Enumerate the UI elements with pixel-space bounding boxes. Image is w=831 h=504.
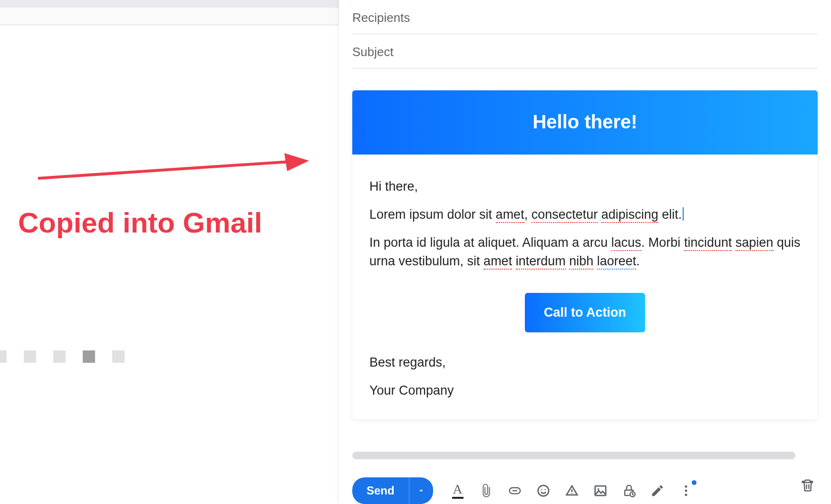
email-paragraph-1: Lorem ipsum dolor sit amet, consectetur … — [369, 205, 801, 224]
horizontal-scrollbar[interactable] — [352, 452, 795, 459]
pagination-dots — [0, 350, 125, 363]
pagination-dot[interactable] — [83, 350, 95, 363]
svg-point-9 — [597, 488, 599, 490]
formatting-options-icon[interactable]: A — [450, 483, 465, 498]
email-template-body: Hi there, Lorem ipsum dolor sit amet, co… — [352, 155, 818, 419]
email-signoff-2: Your Company — [369, 381, 801, 400]
more-options-icon[interactable] — [678, 483, 694, 498]
insert-link-icon[interactable] — [507, 483, 522, 498]
svg-point-3 — [541, 489, 542, 490]
recipients-placeholder: Recipients — [352, 10, 410, 25]
text-cursor — [683, 207, 684, 221]
send-button-group: Send — [352, 477, 433, 504]
insert-photo-icon[interactable] — [593, 483, 608, 498]
annotation-arrow — [38, 152, 309, 185]
email-signoff-1: Best regards, — [369, 353, 801, 372]
insert-emoji-icon[interactable] — [536, 483, 551, 498]
svg-marker-1 — [284, 153, 309, 171]
background-pane: Copied into Gmail — [0, 0, 339, 504]
browser-chrome-strip — [0, 0, 339, 8]
send-button[interactable]: Send — [352, 477, 409, 504]
svg-point-2 — [538, 485, 549, 496]
call-to-action-button[interactable]: Call to Action — [525, 293, 645, 332]
pagination-dot[interactable] — [53, 350, 66, 363]
discard-draft-icon[interactable] — [801, 478, 815, 493]
confidential-mode-icon[interactable] — [621, 483, 637, 498]
recipients-field[interactable]: Recipients — [352, 0, 818, 34]
pagination-dot[interactable] — [0, 350, 7, 363]
notification-dot — [692, 480, 696, 485]
subject-field[interactable]: Subject — [352, 34, 818, 68]
compose-toolbar: Send A — [352, 475, 818, 504]
svg-line-0 — [38, 162, 290, 178]
subject-placeholder: Subject — [352, 45, 394, 59]
background-body — [0, 25, 339, 504]
send-more-options-button[interactable] — [409, 477, 433, 504]
pagination-dot[interactable] — [112, 350, 125, 363]
email-body-editor[interactable]: Hello there! Hi there, Lorem ipsum dolor… — [352, 90, 818, 419]
insert-drive-icon[interactable] — [564, 483, 580, 498]
svg-point-11 — [685, 485, 687, 488]
email-greeting: Hi there, — [369, 177, 801, 196]
attach-file-icon[interactable] — [479, 483, 494, 498]
email-template-header: Hello there! — [352, 90, 818, 155]
svg-point-13 — [685, 494, 687, 496]
compose-window: Recipients Subject Hello there! Hi there… — [339, 0, 831, 504]
svg-point-12 — [685, 490, 687, 492]
insert-signature-icon[interactable] — [650, 483, 665, 498]
svg-point-4 — [544, 489, 546, 490]
annotation-label: Copied into Gmail — [18, 206, 262, 239]
svg-point-7 — [571, 493, 572, 494]
pagination-dot[interactable] — [24, 350, 36, 363]
email-paragraph-2: In porta id ligula at aliquet. Aliquam a… — [369, 233, 801, 271]
